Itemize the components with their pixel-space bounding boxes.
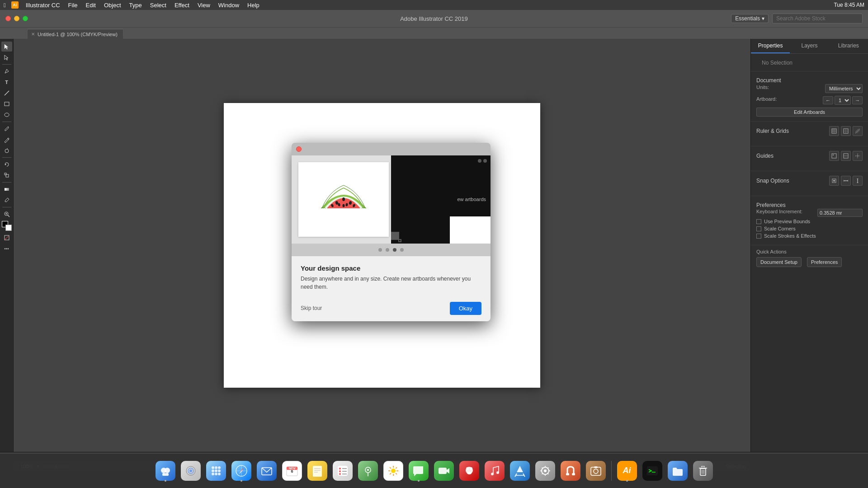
- dock-siri[interactable]: [179, 459, 203, 483]
- minimize-button[interactable]: [14, 16, 19, 21]
- svg-rect-99: [647, 466, 658, 475]
- zoom-tool[interactable]: [1, 209, 12, 219]
- line-tool[interactable]: [1, 88, 12, 98]
- tab-libraries[interactable]: Libraries: [829, 39, 868, 53]
- tab-properties[interactable]: Properties: [751, 39, 790, 53]
- maximize-button[interactable]: [23, 16, 28, 21]
- keyboard-increment-input[interactable]: [817, 209, 863, 217]
- snap-icon-3[interactable]: [853, 176, 863, 186]
- dock-finder[interactable]: [154, 459, 177, 483]
- ruler-icon-1[interactable]: [829, 126, 839, 136]
- dock-reminders[interactable]: [331, 459, 354, 483]
- tab-layers[interactable]: Layers: [790, 39, 829, 53]
- dock-facetime[interactable]: [432, 459, 456, 483]
- tour-dots: [292, 244, 491, 256]
- tour-dot-1[interactable]: [378, 248, 382, 252]
- use-preview-bounds-checkbox[interactable]: [756, 219, 761, 224]
- snap-icon-1[interactable]: [829, 176, 839, 186]
- color-selector[interactable]: [2, 221, 12, 231]
- dock-maps[interactable]: [356, 459, 380, 483]
- menu-help[interactable]: Help: [244, 1, 263, 9]
- direct-selection-tool[interactable]: [1, 52, 12, 62]
- ruler-icon-3[interactable]: [853, 126, 863, 136]
- tour-dot-2[interactable]: [386, 248, 389, 252]
- guide-icon-2[interactable]: [841, 151, 851, 161]
- menu-object[interactable]: Object: [100, 1, 125, 9]
- menu-select[interactable]: Select: [146, 1, 170, 9]
- dock-safari[interactable]: [230, 459, 253, 483]
- artboard-label: Artboard:: [756, 96, 777, 102]
- edit-artboards-button[interactable]: Edit Artboards: [756, 108, 863, 117]
- none-color[interactable]: [1, 233, 12, 243]
- paintbrush-tool[interactable]: [1, 124, 12, 134]
- preferences-button[interactable]: Preferences: [807, 257, 842, 267]
- menu-window[interactable]: Window: [215, 1, 243, 9]
- menu-effect[interactable]: Effect: [171, 1, 193, 9]
- scale-strokes-effects-checkbox[interactable]: [756, 234, 761, 239]
- menu-view[interactable]: View: [194, 1, 214, 9]
- menu-type[interactable]: Type: [126, 1, 146, 9]
- dock-mail[interactable]: [255, 459, 278, 483]
- dock-launchpad[interactable]: [204, 459, 228, 483]
- menu-illustratorcc[interactable]: Illustrator CC: [22, 1, 64, 9]
- menu-bar-right: Tue 8:45 AM: [834, 2, 864, 8]
- ruler-icon-2[interactable]: [841, 126, 851, 136]
- dock-appstore[interactable]: [508, 459, 532, 483]
- ellipse-tool[interactable]: [1, 110, 12, 120]
- guide-icon-3[interactable]: [853, 151, 863, 161]
- blob-brush-tool[interactable]: [1, 145, 12, 155]
- dock-notes[interactable]: [306, 459, 329, 483]
- tour-dot-3[interactable]: [393, 248, 396, 252]
- dock-photos[interactable]: [382, 459, 405, 483]
- document-tab[interactable]: ✕ Untitled-1 @ 100% (CMYK/Preview): [27, 29, 123, 39]
- doc-setup-button[interactable]: Document Setup: [756, 257, 802, 267]
- artboard-select[interactable]: 1: [835, 96, 851, 105]
- close-button[interactable]: [5, 16, 11, 21]
- search-stock-input[interactable]: [772, 14, 863, 23]
- guide-icon-1[interactable]: [829, 151, 839, 161]
- dock-music[interactable]: [483, 459, 506, 483]
- eyedropper-tool[interactable]: [1, 195, 12, 205]
- units-select[interactable]: Millimeters: [825, 84, 863, 93]
- artboard-row: Artboard: ← 1 →: [756, 96, 863, 105]
- background-color[interactable]: [5, 225, 12, 231]
- dock-blue-folder[interactable]: [666, 459, 689, 483]
- apple-menu[interactable]: : [4, 2, 6, 9]
- dock-terminal[interactable]: [641, 459, 664, 483]
- rect-tool[interactable]: [1, 99, 12, 109]
- menu-file[interactable]: File: [65, 1, 81, 9]
- more-tools[interactable]: •••: [1, 244, 12, 253]
- pen-tool[interactable]: [1, 66, 12, 76]
- snap-icon-2[interactable]: [841, 176, 851, 186]
- dock-bearshare[interactable]: [559, 459, 582, 483]
- svg-point-38: [833, 180, 835, 182]
- pencil-tool[interactable]: [1, 135, 12, 145]
- dock-calendar[interactable]: 6NOV: [280, 459, 304, 483]
- menu-edit[interactable]: Edit: [82, 1, 99, 9]
- workspace-selector[interactable]: Essentials ▾: [731, 14, 769, 23]
- scale-corners-checkbox[interactable]: [756, 226, 761, 231]
- dock-sysprefs[interactable]: [533, 459, 557, 483]
- selection-tool[interactable]: [1, 42, 12, 52]
- svg-point-75: [339, 468, 341, 469]
- scale-strokes-effects-row: Scale Strokes & Effects: [756, 233, 863, 239]
- modal-text-area: Your design space Design anywhere and in…: [292, 256, 491, 297]
- scale-tool[interactable]: [1, 170, 12, 180]
- modal-close-button[interactable]: [296, 146, 302, 152]
- okay-button[interactable]: Okay: [450, 302, 481, 315]
- panel-tabs: Properties Layers Libraries: [751, 39, 868, 54]
- rotate-tool[interactable]: [1, 160, 12, 169]
- artboard-next-btn[interactable]: →: [852, 96, 863, 104]
- dock-notif[interactable]: [458, 459, 481, 483]
- dock-messages[interactable]: [407, 459, 430, 483]
- scale-corners-label: Scale Corners: [764, 226, 796, 231]
- artboard-prev-btn[interactable]: ←: [823, 96, 833, 104]
- tab-close-icon[interactable]: ✕: [31, 32, 35, 37]
- dock-illustrator[interactable]: Ai: [615, 459, 639, 483]
- type-tool[interactable]: T: [1, 77, 12, 87]
- dock-powerphoto[interactable]: [584, 459, 608, 483]
- skip-tour-button[interactable]: Skip tour: [301, 305, 322, 311]
- dock-trash[interactable]: [691, 459, 715, 483]
- tour-dot-4[interactable]: [400, 248, 404, 252]
- gradient-tool[interactable]: [1, 184, 12, 194]
